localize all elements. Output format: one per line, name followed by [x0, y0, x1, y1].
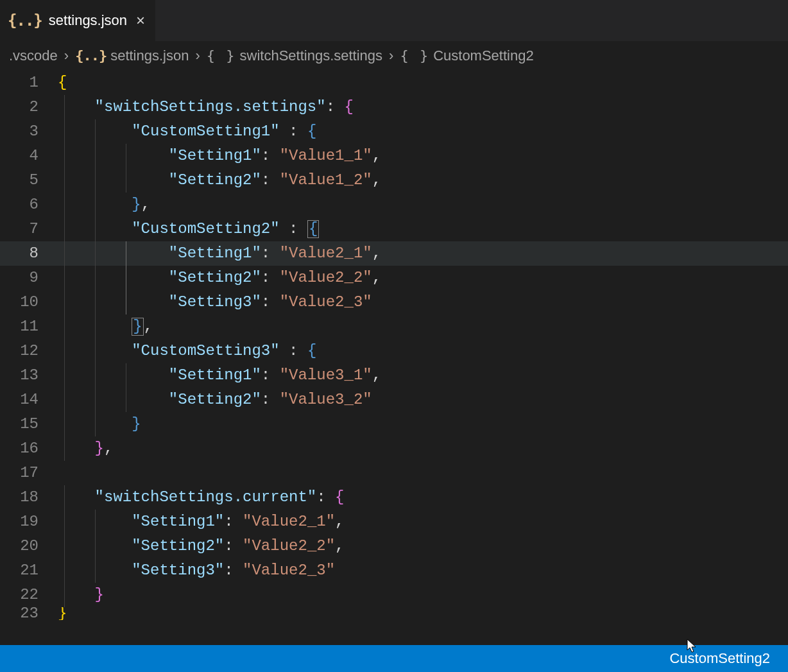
token-punct: :: [261, 391, 280, 408]
status-current-setting[interactable]: CustomSetting2: [669, 650, 770, 667]
token-key: "Setting3": [169, 293, 261, 311]
code-line[interactable]: 6 },: [0, 193, 788, 217]
crumb-symbol-2[interactable]: { } CustomSetting2: [400, 47, 533, 64]
token-punct: :: [280, 220, 307, 237]
token-key: "Setting2": [132, 537, 224, 555]
token-punct: :: [316, 488, 335, 506]
token-punct: ,: [144, 318, 153, 335]
line-number: 5: [0, 168, 58, 193]
breadcrumb[interactable]: .vscode › {..} settings.json › { } switc…: [0, 41, 788, 71]
chevron-right-icon: ›: [64, 47, 69, 64]
token-string: "Value2_2": [243, 537, 335, 555]
token-string: "Value2_3": [280, 293, 372, 311]
token-punct: :: [261, 269, 280, 286]
code-line[interactable]: 21 "Setting3": "Value2_3": [0, 558, 788, 583]
code-line[interactable]: 1 {: [0, 71, 788, 95]
code-line[interactable]: 14 "Setting2": "Value3_2": [0, 388, 788, 412]
code-editor[interactable]: 1 { 2 "switchSettings.settings": { 3 "Cu…: [0, 71, 788, 645]
token-punct: ,: [104, 440, 113, 457]
crumb-folder[interactable]: .vscode: [9, 47, 58, 64]
token-brace: {: [307, 342, 316, 359]
code-line[interactable]: 19 "Setting1": "Value2_1",: [0, 510, 788, 534]
code-line[interactable]: 16 },: [0, 436, 788, 461]
crumb-folder-label: .vscode: [9, 47, 58, 64]
bracket-match-highlight: }: [132, 318, 143, 336]
line-number: 18: [0, 485, 58, 510]
code-line[interactable]: 10 "Setting3": "Value2_3": [0, 290, 788, 314]
tab-title: settings.json: [49, 12, 127, 29]
crumb-symbol-1-label: switchSettings.settings: [240, 47, 383, 64]
token-string: "Value2_1": [243, 513, 335, 530]
token-punct: :: [224, 513, 243, 530]
token-key: "Setting2": [169, 269, 261, 286]
token-punct: :: [261, 171, 280, 189]
token-punct: ,: [372, 366, 381, 384]
token-key: "Setting3": [132, 562, 224, 579]
code-line[interactable]: 4 "Setting1": "Value1_1",: [0, 144, 788, 168]
line-number: 23: [0, 607, 58, 620]
token-punct: :: [326, 98, 345, 116]
token-punct: ,: [372, 245, 381, 262]
line-number: 12: [0, 339, 58, 363]
code-line[interactable]: 3 "CustomSetting1" : {: [0, 119, 788, 144]
code-line[interactable]: 9 "Setting2": "Value2_2",: [0, 266, 788, 290]
token-brace: }: [95, 440, 104, 457]
chevron-right-icon: ›: [389, 47, 393, 64]
token-brace: }: [95, 586, 104, 603]
token-key: "Setting1": [169, 245, 261, 262]
line-number: 7: [0, 217, 58, 241]
bracket-match-highlight: {: [307, 220, 319, 238]
token-punct: ,: [372, 269, 381, 286]
token-brace: }: [58, 607, 67, 620]
token-punct: ,: [372, 147, 381, 164]
token-punct: :: [280, 123, 307, 140]
token-string: "Value3_2": [280, 391, 372, 408]
code-line[interactable]: 18 "switchSettings.current": {: [0, 485, 788, 510]
close-icon[interactable]: ×: [136, 13, 145, 28]
json-file-icon: {..}: [75, 47, 107, 64]
token-brace: {: [58, 74, 67, 91]
token-brace: }: [132, 196, 141, 213]
code-line[interactable]: 15 }: [0, 412, 788, 436]
code-line[interactable]: 13 "Setting1": "Value3_1",: [0, 363, 788, 388]
code-line[interactable]: 12 "CustomSetting3" : {: [0, 339, 788, 363]
token-key: "CustomSetting3": [132, 342, 279, 359]
tab-bar: {..} settings.json ×: [0, 0, 788, 41]
code-line[interactable]: 5 "Setting2": "Value1_2",: [0, 168, 788, 193]
crumb-symbol-1[interactable]: { } switchSettings.settings: [207, 47, 382, 64]
line-number: 4: [0, 144, 58, 168]
token-key: "Setting2": [169, 171, 261, 189]
crumb-file[interactable]: {..} settings.json: [75, 47, 189, 64]
crumb-file-label: settings.json: [110, 47, 189, 64]
code-line[interactable]: 20 "Setting2": "Value2_2",: [0, 534, 788, 558]
token-brace: }: [132, 415, 141, 433]
token-punct: :: [261, 293, 280, 311]
token-key: "CustomSetting1": [132, 123, 279, 140]
token-key: "Setting1": [169, 147, 261, 164]
code-line[interactable]: 2 "switchSettings.settings": {: [0, 95, 788, 119]
tab-settings-json[interactable]: {..} settings.json ×: [0, 0, 156, 41]
line-number: 22: [0, 583, 58, 607]
line-number: 9: [0, 266, 58, 290]
code-line-active[interactable]: 8 "Setting1": "Value2_1",: [0, 241, 788, 266]
code-line[interactable]: 22 }: [0, 583, 788, 607]
token-punct: :: [261, 147, 280, 164]
code-line[interactable]: 11 },: [0, 314, 788, 339]
token-string: "Value1_1": [280, 147, 372, 164]
token-punct: ,: [335, 513, 344, 530]
token-brace: {: [335, 488, 344, 506]
line-number: 14: [0, 388, 58, 412]
line-number: 15: [0, 412, 58, 436]
line-number: 21: [0, 558, 58, 583]
token-string: "Value2_2": [280, 269, 372, 286]
token-punct: ,: [141, 196, 150, 213]
code-line[interactable]: 7 "CustomSetting2" : {: [0, 217, 788, 241]
status-bar: CustomSetting2: [0, 645, 788, 672]
code-line[interactable]: 23 }: [0, 607, 788, 620]
crumb-symbol-2-label: CustomSetting2: [433, 47, 534, 64]
token-key: "CustomSetting2": [132, 220, 279, 237]
code-line[interactable]: 17: [0, 461, 788, 485]
token-punct: :: [224, 562, 243, 579]
line-number: 19: [0, 510, 58, 534]
token-punct: ,: [335, 537, 344, 555]
